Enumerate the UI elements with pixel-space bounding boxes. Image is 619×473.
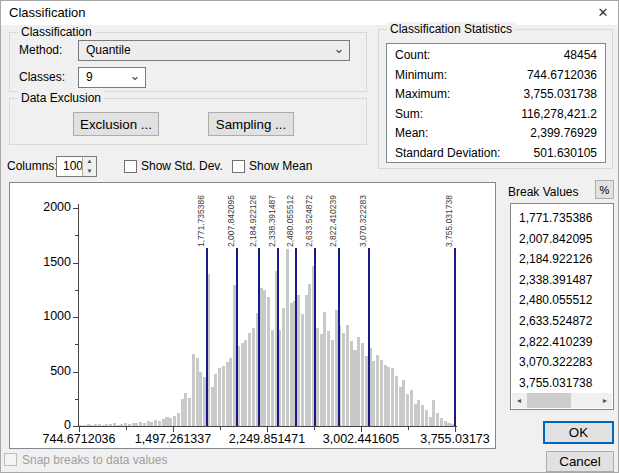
break-line[interactable] — [295, 248, 297, 426]
histogram-bar — [162, 419, 165, 426]
histogram-bar — [286, 249, 289, 426]
ok-button[interactable]: OK — [543, 421, 614, 444]
histogram-bar — [83, 425, 86, 426]
show-mean-checkbox[interactable] — [232, 160, 245, 173]
histogram-bar — [346, 325, 349, 426]
break-line-label: 2,633.524872 — [303, 184, 315, 247]
scrollbar-thumb[interactable] — [527, 393, 571, 408]
break-value-item[interactable]: 2,480.055512 — [511, 290, 613, 311]
classes-dropdown[interactable]: 9 ⌄ — [78, 67, 146, 88]
histogram-bar — [241, 343, 244, 426]
histogram-bar — [282, 308, 285, 426]
break-line[interactable] — [368, 248, 370, 426]
break-line[interactable] — [454, 248, 456, 426]
scroll-left-icon[interactable]: ◄ — [512, 393, 526, 408]
histogram-bar — [229, 358, 232, 426]
histogram-bar — [132, 423, 135, 426]
break-value-item[interactable]: 2,822.410239 — [511, 332, 613, 353]
histogram-bar — [271, 330, 274, 426]
histogram-bar — [196, 358, 199, 426]
x-axis-tick-label: 3,755.03173 — [410, 432, 496, 446]
histogram-bar — [376, 355, 379, 426]
histogram-chart[interactable]: 0500100015002000744.67120361,497.2613372… — [9, 182, 496, 449]
y-axis-tick-label: 0 — [23, 418, 71, 432]
histogram-bar — [259, 288, 262, 426]
break-values-list[interactable]: 1,771.7353862,007.8420952,184.9221262,33… — [510, 203, 614, 410]
break-line[interactable] — [314, 248, 316, 426]
cancel-button[interactable]: Cancel — [546, 451, 614, 472]
histogram-bar — [211, 387, 214, 426]
histogram-bar — [395, 376, 398, 426]
break-value-item[interactable]: 3,755.031738 — [511, 373, 613, 394]
percent-button[interactable]: % — [595, 180, 614, 199]
x-axis-tick-label: 2,249.851471 — [222, 432, 312, 446]
show-std-dev-label: Show Std. Dev. — [141, 159, 223, 173]
statistics-group-title: Classification Statistics — [387, 22, 515, 36]
histogram-bar — [342, 333, 345, 426]
scroll-right-icon[interactable]: ► — [598, 393, 612, 408]
histogram-bar — [429, 417, 432, 426]
sampling-button[interactable]: Sampling ... — [208, 112, 294, 136]
histogram-bar — [308, 284, 311, 426]
histogram-bar — [323, 312, 326, 426]
histogram-bar — [248, 333, 251, 426]
histogram-bar — [143, 423, 146, 426]
statistics-row: Count:48454 — [387, 46, 605, 66]
method-dropdown[interactable]: Quantile ⌄ — [78, 40, 350, 61]
histogram-bar — [414, 404, 417, 426]
columns-label: Columns: — [7, 159, 58, 173]
break-value-item[interactable]: 1,771.735386 — [511, 208, 613, 229]
break-line[interactable] — [258, 248, 260, 426]
histogram-bar — [444, 421, 447, 426]
title-bar: Classification ✕ — [1, 1, 618, 25]
break-value-item[interactable]: 2,007.842095 — [511, 229, 613, 250]
break-value-item[interactable]: 2,338.391487 — [511, 270, 613, 291]
break-value-item[interactable]: 3,070.322283 — [511, 352, 613, 373]
break-line[interactable] — [338, 248, 340, 426]
spinner-down-icon[interactable]: ▼ — [83, 167, 96, 177]
histogram-bar — [263, 290, 266, 426]
histogram-bar — [357, 337, 360, 426]
data-exclusion-group-title: Data Exclusion — [18, 91, 104, 105]
histogram-bar — [147, 421, 150, 426]
histogram-bar — [391, 368, 394, 426]
histogram-bar — [199, 372, 202, 426]
histogram-bar — [384, 365, 387, 426]
stat-value: 744.6712036 — [527, 66, 597, 86]
columns-spinner[interactable]: 100 ▲▼ — [56, 156, 97, 177]
histogram-bar — [79, 425, 82, 426]
histogram-bar — [244, 340, 247, 426]
histogram-bar — [102, 425, 105, 426]
histogram-bar — [165, 417, 168, 426]
histogram-bar — [447, 423, 450, 426]
y-axis — [78, 204, 79, 426]
histogram-bar — [406, 394, 409, 426]
histogram-bar — [316, 328, 319, 426]
break-line[interactable] — [236, 248, 238, 426]
close-icon[interactable]: ✕ — [594, 4, 612, 22]
show-mean-label: Show Mean — [249, 159, 312, 173]
break-values-hscrollbar[interactable]: ◄ ► — [512, 393, 612, 408]
break-value-item[interactable]: 2,633.524872 — [511, 311, 613, 332]
y-axis-minor-tick — [75, 235, 79, 236]
x-axis-tick-label: 1,497.261337 — [128, 432, 218, 446]
snap-breaks-checkbox — [4, 453, 17, 466]
spinner-up-icon[interactable]: ▲ — [83, 157, 96, 167]
histogram-bar — [218, 368, 221, 426]
break-value-item[interactable]: 2,184.922126 — [511, 249, 613, 270]
stat-value: 2,399.76929 — [530, 124, 597, 144]
break-line-label: 2,007.842095 — [225, 184, 237, 247]
break-line[interactable] — [277, 248, 279, 426]
x-axis-minor-tick — [126, 426, 127, 430]
show-std-dev-checkbox[interactable] — [124, 160, 137, 173]
y-axis-minor-tick — [75, 399, 79, 400]
y-axis-minor-tick — [75, 290, 79, 291]
y-axis-tick — [73, 263, 79, 264]
exclusion-button[interactable]: Exclusion ... — [73, 112, 159, 136]
statistics-row: Sum:116,278,421.2 — [387, 105, 605, 125]
histogram-bar — [301, 314, 304, 426]
break-line[interactable] — [206, 248, 208, 426]
stat-label: Sum: — [395, 105, 423, 125]
statistics-panel: Count:48454Minimum:744.6712036Maximum:3,… — [386, 43, 606, 163]
break-line-label: 2,184.922126 — [247, 184, 259, 247]
